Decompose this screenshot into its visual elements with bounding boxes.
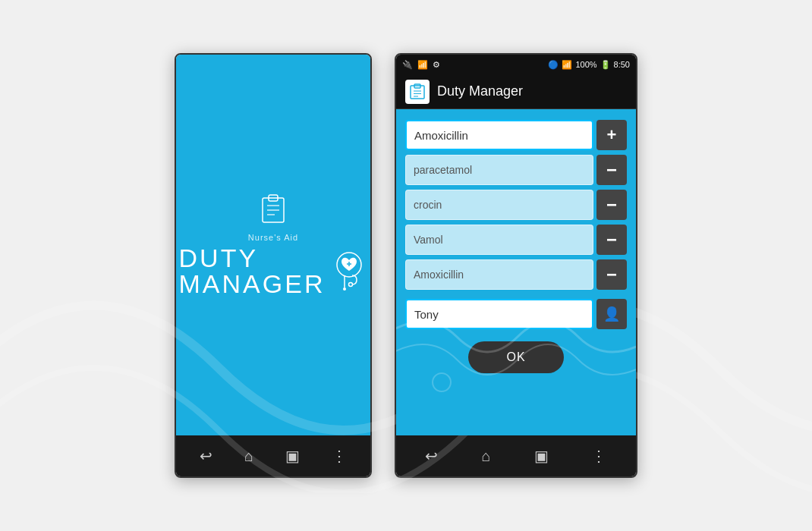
remove-button-1[interactable]: − (596, 190, 627, 220)
manager-label: MANAGER (179, 271, 326, 297)
heart-stethoscope-icon (331, 250, 367, 292)
left-navbar: ↩ ⌂ ▣ ⋮ (176, 435, 370, 476)
amoxicillin-input[interactable] (405, 120, 593, 150)
status-bar-right: 🔵 📶 100% 🔋 8:50 (548, 60, 630, 70)
main-container: Nurse's Aid DUTY MANAGER (175, 53, 637, 478)
medicine-input-1[interactable] (405, 190, 593, 220)
battery-icon: 🔋 (600, 60, 611, 70)
status-bar: 🔌 📶 ⚙ 🔵 📶 100% 🔋 8:50 (396, 55, 636, 74)
battery-text: 100% (575, 60, 596, 69)
person-button[interactable]: 👤 (596, 299, 627, 329)
logo-main: DUTY MANAGER (179, 245, 368, 297)
right-recents-icon[interactable]: ▣ (534, 447, 549, 465)
name-input[interactable] (405, 299, 593, 329)
medicine-row-1: − (405, 190, 627, 220)
clipboard-icon (260, 193, 287, 228)
duty-label: DUTY (179, 245, 326, 271)
nurses-aid-label: Nurse's Aid (248, 233, 298, 242)
left-screen: Nurse's Aid DUTY MANAGER (176, 55, 370, 435)
network-icon: 📶 (562, 60, 572, 70)
signal-icon: 📶 (417, 60, 428, 70)
bluetooth-icon: 🔵 (548, 60, 559, 70)
medicine-input-3[interactable] (405, 259, 593, 290)
right-phone: 🔌 📶 ⚙ 🔵 📶 100% 🔋 8:50 (395, 53, 637, 478)
right-back-icon[interactable]: ↩ (425, 447, 438, 465)
add-button[interactable]: + (596, 120, 627, 150)
svg-point-10 (343, 287, 346, 291)
right-home-icon[interactable]: ⌂ (481, 448, 490, 465)
right-navbar: ↩ ⌂ ▣ ⋮ (396, 435, 636, 476)
back-icon[interactable]: ↩ (200, 447, 212, 465)
status-bar-left: 🔌 📶 ⚙ (402, 60, 440, 70)
person-icon: 👤 (603, 306, 620, 322)
medicine-row-3: − (405, 259, 627, 290)
name-row: 👤 (405, 299, 627, 329)
app-title: Duty Manager (437, 83, 523, 99)
app-header-icon (405, 80, 430, 104)
right-menu-icon[interactable]: ⋮ (591, 447, 606, 465)
logo-area: Nurse's Aid DUTY MANAGER (179, 193, 368, 297)
ok-button-wrap: OK (405, 341, 627, 373)
svg-point-16 (433, 373, 451, 391)
recents-icon[interactable]: ▣ (285, 447, 300, 465)
svg-point-8 (349, 283, 353, 287)
remove-button-2[interactable]: − (596, 225, 627, 255)
settings-icon: ⚙ (433, 60, 440, 70)
medicine-input-2[interactable] (405, 225, 593, 255)
home-icon[interactable]: ⌂ (244, 448, 253, 465)
app-header: Duty Manager (396, 74, 636, 109)
remove-button-3[interactable]: − (596, 259, 627, 290)
medicine-input-0[interactable] (405, 155, 593, 185)
menu-icon[interactable]: ⋮ (332, 447, 347, 465)
first-input-row: + (405, 120, 627, 150)
medicine-row-2: − (405, 225, 627, 255)
remove-button-0[interactable]: − (596, 155, 627, 185)
right-screen: + − − − (396, 109, 636, 435)
usb-icon: 🔌 (402, 60, 413, 70)
ok-button[interactable]: OK (468, 341, 563, 373)
time-display: 8:50 (614, 60, 630, 69)
duty-manager-text: DUTY MANAGER (179, 245, 326, 297)
medicine-row-0: − (405, 155, 627, 185)
left-phone: Nurse's Aid DUTY MANAGER (175, 53, 372, 478)
